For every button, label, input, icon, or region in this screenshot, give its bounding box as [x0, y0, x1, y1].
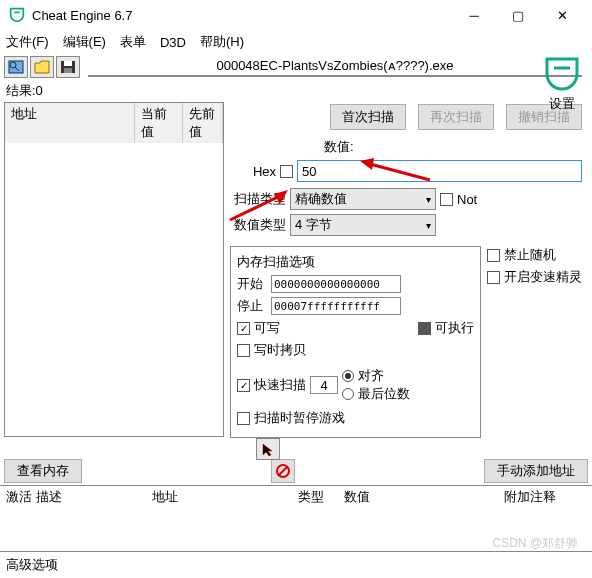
start-input[interactable] — [271, 275, 401, 293]
advanced-options-bar[interactable]: 高级选项 — [0, 551, 592, 578]
results-panel: 地址 当前值 先前值 — [4, 102, 224, 437]
window-title: Cheat Engine 6.7 — [32, 8, 452, 23]
scan-panel: 首次扫描 再次扫描 撤销扫描 数值: Hex 扫描类型 精确数值▾ Not 数值… — [224, 102, 588, 438]
hex-label: Hex — [230, 164, 276, 179]
col-address[interactable]: 地址 — [5, 103, 135, 143]
menubar: 文件(F) 编辑(E) 表单 D3D 帮助(H) — [0, 30, 592, 54]
stop-icon[interactable] — [271, 459, 295, 483]
save-button[interactable] — [56, 56, 80, 78]
address-list-header: 激活 描述 地址 类型 数值 附加注释 — [0, 486, 592, 508]
open-process-button[interactable] — [4, 56, 28, 78]
close-button[interactable]: ✕ — [540, 1, 584, 29]
maximize-button[interactable]: ▢ — [496, 1, 540, 29]
stop-input[interactable] — [271, 297, 401, 315]
col-current[interactable]: 当前值 — [135, 103, 183, 143]
settings-label: 设置 — [542, 95, 582, 113]
bottom-toolbar: 查看内存 手动添加地址 — [0, 456, 592, 485]
svg-rect-4 — [64, 61, 72, 66]
results-header: 地址 当前值 先前值 — [5, 103, 223, 143]
menu-file[interactable]: 文件(F) — [6, 33, 49, 51]
titlebar: Cheat Engine 6.7 ─ ▢ ✕ — [0, 0, 592, 30]
settings-logo[interactable]: 设置 — [542, 56, 582, 113]
executable-checkbox[interactable] — [418, 322, 431, 335]
pause-checkbox[interactable] — [237, 412, 250, 425]
col-addr[interactable]: 地址 — [152, 488, 178, 506]
start-label: 开始 — [237, 275, 267, 293]
rescan-button[interactable]: 再次扫描 — [418, 104, 494, 130]
valtype-combo[interactable]: 4 字节▾ — [290, 214, 436, 236]
menu-d3d[interactable]: D3D — [160, 35, 186, 50]
memory-options: 内存扫描选项 开始 停止 可写 可执行 写时拷贝 快速扫描 对齐 最 — [230, 246, 481, 438]
app-icon — [8, 6, 26, 24]
col-value[interactable]: 数值 — [344, 488, 370, 506]
svg-line-8 — [279, 467, 287, 475]
not-checkbox[interactable] — [440, 193, 453, 206]
process-label: 000048EC-PlantsVsZombies(ᴀ????).exe — [88, 58, 582, 77]
svg-rect-5 — [64, 68, 72, 73]
menu-help[interactable]: 帮助(H) — [200, 33, 244, 51]
valtype-label: 数值类型 — [230, 216, 286, 234]
value-input[interactable] — [297, 160, 582, 182]
col-desc[interactable]: 描述 — [36, 488, 62, 506]
scantype-label: 扫描类型 — [230, 190, 286, 208]
add-manual-button[interactable]: 手动添加地址 — [484, 459, 588, 483]
results-count: 结果:0 — [0, 80, 592, 102]
menu-table[interactable]: 表单 — [120, 33, 146, 51]
writable-checkbox[interactable] — [237, 322, 250, 335]
no-random-checkbox[interactable] — [487, 249, 500, 262]
col-active[interactable]: 激活 — [6, 488, 32, 506]
fastscan-value[interactable] — [310, 376, 338, 394]
minimize-button[interactable]: ─ — [452, 1, 496, 29]
cow-checkbox[interactable] — [237, 344, 250, 357]
toolbar: 000048EC-PlantsVsZombies(ᴀ????).exe — [0, 54, 592, 80]
watermark: CSDN @郑舒骅 — [492, 535, 578, 552]
memopts-title: 内存扫描选项 — [237, 253, 474, 271]
advanced-label: 高级选项 — [6, 556, 58, 574]
view-memory-button[interactable]: 查看内存 — [4, 459, 82, 483]
pointer-tool-button[interactable] — [256, 438, 280, 460]
speedhack-checkbox[interactable] — [487, 271, 500, 284]
col-notes[interactable]: 附加注释 — [504, 488, 556, 506]
aligned-radio[interactable] — [342, 370, 354, 382]
open-file-button[interactable] — [30, 56, 54, 78]
lastdigit-radio[interactable] — [342, 388, 354, 400]
col-type[interactable]: 类型 — [298, 488, 324, 506]
first-scan-button[interactable]: 首次扫描 — [330, 104, 406, 130]
menu-edit[interactable]: 编辑(E) — [63, 33, 106, 51]
col-previous[interactable]: 先前值 — [183, 103, 223, 143]
value-label: 数值: — [324, 138, 354, 156]
not-label: Not — [457, 192, 477, 207]
hex-checkbox[interactable] — [280, 165, 293, 178]
stop-label: 停止 — [237, 297, 267, 315]
fastscan-checkbox[interactable] — [237, 379, 250, 392]
scantype-combo[interactable]: 精确数值▾ — [290, 188, 436, 210]
